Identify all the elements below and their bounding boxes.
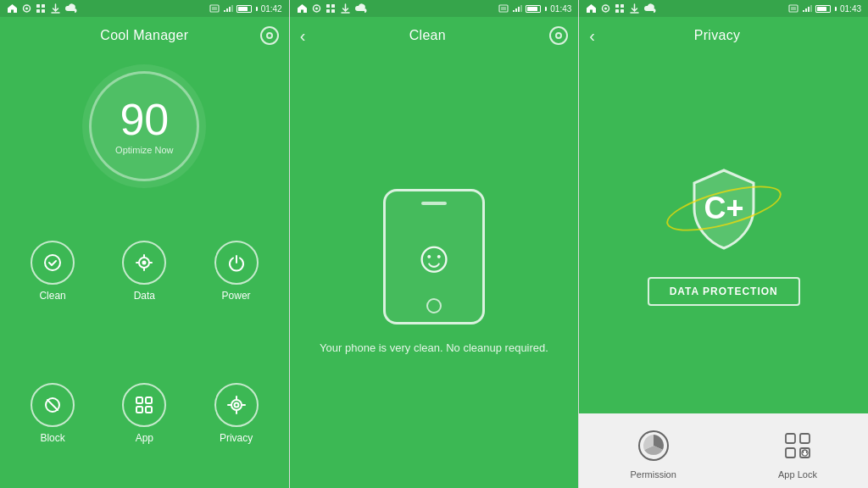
menu-label-data: Data: [134, 290, 155, 302]
phone-speaker: [421, 202, 447, 205]
svg-rect-2: [36, 4, 40, 8]
signal-bars-icon-3: [802, 4, 812, 13]
battery-icon-3: [815, 5, 831, 13]
svg-rect-42: [615, 9, 619, 13]
app-lock-svg: [782, 430, 814, 462]
svg-rect-10: [229, 7, 231, 12]
battery-icon-2: [526, 5, 541, 13]
status-bar-right-2: 01:43: [498, 4, 571, 14]
home-icon: [7, 3, 18, 14]
panel-privacy: 01:43 ‹ Privacy C+ DATA PROTECTION: [579, 0, 868, 488]
panel3-title: Privacy: [694, 28, 741, 43]
data-protection-button[interactable]: DATA PROTECTION: [648, 277, 800, 306]
top-bar-3: ‹ Privacy: [579, 17, 868, 54]
download-icon: [50, 3, 61, 14]
svg-point-39: [604, 8, 607, 10]
app-lock-icon: [779, 427, 816, 464]
svg-rect-47: [805, 8, 807, 12]
svg-rect-9: [226, 8, 228, 12]
menu-item-permission[interactable]: Permission: [630, 427, 676, 480]
svg-rect-4: [36, 9, 40, 13]
phone-illustration: ☺: [383, 189, 485, 324]
block-icon-wrap: [31, 383, 75, 427]
menu-label-clean: Clean: [39, 290, 65, 302]
top-bar-2: ‹ Clean: [290, 17, 579, 54]
download-icon-2: [340, 3, 351, 14]
svg-rect-48: [808, 7, 810, 12]
smiley-icon: ☺: [411, 231, 456, 282]
power-icon-wrap: [214, 241, 259, 285]
signal-bars-icon: [223, 4, 233, 13]
time-display-1: 01:42: [261, 4, 282, 14]
svg-rect-31: [331, 9, 335, 13]
signal-icon-2: [311, 3, 322, 14]
home-icon-2: [297, 3, 308, 14]
grid-icon-2: [326, 3, 337, 14]
menu-item-privacy[interactable]: Privacy: [193, 346, 278, 481]
privacy-bottom-menu: Permission App Lock: [579, 413, 868, 488]
svg-point-27: [315, 8, 318, 10]
svg-rect-16: [136, 397, 142, 403]
power-icon: [225, 252, 248, 274]
menu-item-data[interactable]: Data: [102, 203, 186, 339]
signal-bars-icon-2: [512, 4, 522, 13]
svg-rect-30: [326, 9, 330, 13]
cloud-icon: [64, 3, 78, 14]
privacy-logo-area: C+ DATA PROTECTION: [579, 54, 868, 413]
menu-item-block[interactable]: Block: [10, 346, 95, 481]
svg-rect-29: [331, 4, 335, 8]
top-bar-1: Cool Manager: [0, 17, 289, 54]
sim-icon: [209, 4, 220, 13]
panel-clean: 01:43 ‹ Clean ☺ Your phone is very clean…: [290, 0, 579, 488]
menu-label-app: App: [136, 432, 153, 444]
grid-icon-3: [615, 3, 626, 14]
svg-rect-53: [800, 434, 810, 443]
signal-icon-3: [600, 3, 611, 14]
panel2-title: Clean: [409, 28, 446, 43]
svg-rect-8: [224, 10, 225, 12]
time-display-3: 01:43: [840, 4, 861, 14]
panel1-title: Cool Manager: [100, 28, 188, 43]
menu-label-privacy: Privacy: [220, 432, 253, 444]
battery-icon: [236, 5, 252, 13]
score-circle[interactable]: 90 Optimize Now: [89, 71, 199, 181]
back-button-2[interactable]: ‹: [300, 26, 306, 46]
sim-icon-3: [788, 4, 798, 13]
gear-inner-1: [266, 32, 273, 39]
svg-rect-41: [620, 4, 624, 8]
svg-rect-45: [791, 7, 796, 10]
svg-rect-52: [786, 434, 795, 443]
privacy-icon: [225, 394, 248, 416]
score-circle-container: 90 Optimize Now: [0, 54, 289, 190]
settings-icon-1[interactable]: [260, 26, 279, 45]
grid-icon: [36, 3, 47, 14]
menu-item-app-lock[interactable]: App Lock: [778, 427, 817, 480]
settings-icon-2[interactable]: [549, 26, 568, 45]
cloud-icon-3: [643, 3, 657, 14]
battery-tip-2: [545, 7, 547, 11]
status-bar-2: 01:43: [290, 0, 579, 17]
svg-rect-19: [146, 407, 152, 413]
sim-icon-2: [498, 4, 509, 13]
svg-point-20: [231, 400, 242, 410]
app-icon-wrap: [122, 383, 166, 427]
menu-label-power: Power: [222, 290, 251, 302]
panel-cool-manager: 01:42 Cool Manager 90 Optimize Now Clean: [0, 0, 289, 488]
svg-rect-35: [515, 8, 517, 12]
svg-point-1: [25, 8, 28, 10]
svg-rect-5: [42, 9, 45, 13]
svg-rect-49: [810, 5, 812, 12]
shield-wrap: C+: [673, 153, 775, 263]
menu-item-app[interactable]: App: [102, 346, 186, 481]
svg-rect-54: [786, 448, 795, 458]
cloud-icon-2: [354, 3, 368, 14]
menu-item-clean[interactable]: Clean: [10, 203, 95, 339]
app-icon: [133, 394, 155, 416]
data-icon-wrap: [122, 241, 166, 285]
score-label: Optimize Now: [115, 145, 173, 155]
menu-item-power[interactable]: Power: [193, 203, 278, 339]
clean-content: ☺ Your phone is very clean. No cleanup r…: [290, 54, 579, 488]
permission-icon: [635, 427, 672, 464]
back-button-3[interactable]: ‹: [589, 26, 595, 46]
svg-point-21: [234, 403, 238, 408]
